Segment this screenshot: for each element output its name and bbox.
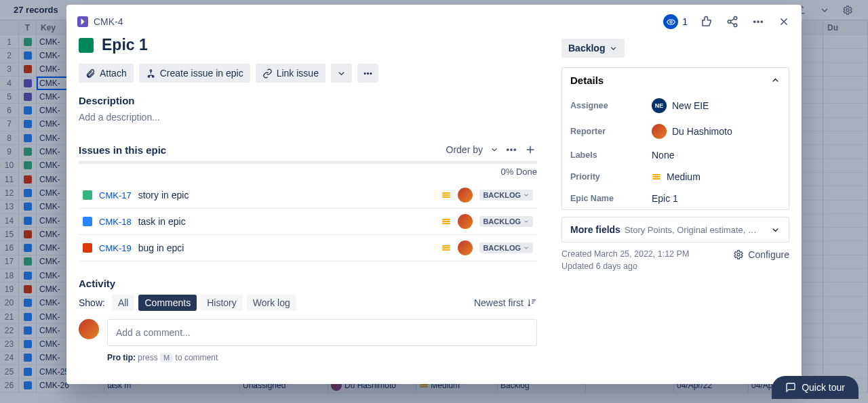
epic-color-swatch[interactable] — [79, 38, 94, 53]
share-icon[interactable] — [726, 15, 739, 28]
show-label: Show: — [79, 297, 105, 308]
more-icon[interactable] — [751, 15, 765, 28]
tab-all[interactable]: All — [112, 295, 135, 311]
comment-input[interactable]: Add a comment... — [107, 319, 537, 346]
updated-text: Updated 6 days ago — [561, 261, 689, 271]
issue-type-icon — [83, 243, 92, 253]
priority-field[interactable]: PriorityMedium — [562, 166, 789, 188]
epic-icon — [77, 16, 88, 27]
svg-point-12 — [367, 72, 368, 74]
issues-more-icon[interactable] — [505, 143, 518, 156]
issue-summary: task in epic — [138, 216, 435, 227]
svg-point-16 — [514, 149, 515, 150]
issue-key: CMK-4 — [94, 16, 123, 27]
issue-title[interactable]: Epic 1 — [102, 36, 148, 54]
svg-point-7 — [761, 21, 762, 22]
issue-type-icon — [83, 190, 92, 200]
create-issue-button[interactable]: Create issue in epic — [139, 64, 250, 83]
avatar — [458, 188, 473, 203]
svg-point-6 — [757, 21, 759, 22]
attach-button[interactable]: Attach — [79, 64, 134, 83]
epic-name-field[interactable]: Epic NameEpic 1 — [562, 188, 789, 209]
svg-point-8 — [150, 69, 152, 71]
svg-point-13 — [370, 72, 372, 74]
details-toggle[interactable]: Details — [562, 68, 789, 93]
protip-text: Pro tip: press M to comment — [107, 353, 537, 362]
svg-point-4 — [734, 24, 737, 27]
svg-point-11 — [364, 72, 366, 74]
activity-heading: Activity — [79, 278, 537, 289]
breadcrumb[interactable]: CMK-4 — [77, 16, 123, 27]
description-heading: Description — [79, 95, 537, 106]
epic-issue-row[interactable]: CMK-19 bug in epci BACKLOG — [79, 235, 537, 261]
svg-point-3 — [728, 20, 731, 24]
watcher-count: 1 — [682, 16, 688, 27]
tab-comments[interactable]: Comments — [138, 295, 197, 311]
svg-point-1 — [670, 20, 672, 22]
epic-issue-row[interactable]: CMK-18 task in epic BACKLOG — [79, 209, 537, 235]
svg-point-14 — [507, 149, 509, 150]
avatar — [652, 124, 667, 139]
priority-medium-icon — [441, 245, 451, 251]
issues-heading: Issues in this epic — [79, 144, 166, 156]
issue-summary: bug in epci — [138, 242, 435, 253]
issue-summary: story in epic — [138, 190, 435, 200]
tab-worklog[interactable]: Work log — [247, 295, 296, 311]
link-issue-button[interactable]: Link issue — [256, 64, 326, 83]
assignee-field[interactable]: AssigneeNENew EIE — [562, 93, 789, 119]
close-icon[interactable] — [777, 15, 791, 28]
tab-history[interactable]: History — [201, 295, 243, 311]
watch-button[interactable]: 1 — [663, 14, 688, 29]
priority-medium-icon — [441, 219, 451, 224]
created-text: Created March 25, 2022, 1:12 PM — [561, 249, 689, 259]
avatar — [458, 240, 473, 255]
issue-link[interactable]: CMK-18 — [99, 217, 132, 227]
done-label: 0% Done — [79, 167, 537, 177]
epic-issue-row[interactable]: CMK-17 story in epic BACKLOG — [79, 182, 537, 209]
priority-medium-icon — [441, 192, 451, 198]
add-issue-icon[interactable] — [524, 143, 537, 156]
progress-bar — [79, 161, 537, 164]
status-dropdown[interactable]: Backlog — [561, 39, 625, 58]
quick-tour-button[interactable]: Quick tour — [772, 376, 859, 399]
status-pill[interactable]: BACKLOG — [479, 242, 533, 253]
reporter-field[interactable]: ReporterDu Hashimoto — [562, 119, 789, 144]
avatar — [458, 214, 473, 229]
thumbs-up-icon[interactable] — [700, 15, 713, 28]
svg-point-15 — [511, 149, 512, 150]
status-pill[interactable]: BACKLOG — [479, 190, 533, 200]
eye-icon — [663, 14, 678, 29]
issue-link[interactable]: CMK-19 — [99, 243, 132, 253]
issue-link[interactable]: CMK-17 — [99, 190, 132, 200]
issue-type-icon — [83, 217, 92, 226]
avatar — [79, 319, 99, 339]
issue-modal: CMK-4 1 Epic 1 Attach Create issue in ep… — [66, 5, 802, 384]
svg-point-17 — [737, 253, 740, 256]
description-field[interactable]: Add a description... — [79, 112, 537, 123]
sort-newest-button[interactable]: Newest first — [474, 297, 537, 308]
priority-medium-icon — [652, 174, 661, 179]
status-pill[interactable]: BACKLOG — [479, 216, 533, 227]
more-actions-button[interactable] — [357, 64, 378, 83]
labels-field[interactable]: LabelsNone — [562, 144, 789, 166]
link-dropdown-button[interactable] — [331, 64, 352, 83]
order-by-dropdown[interactable]: Order by — [446, 144, 499, 155]
details-panel: Details AssigneeNENew EIE ReporterDu Has… — [561, 67, 789, 210]
configure-button[interactable]: Configure — [733, 249, 789, 260]
avatar: NE — [652, 98, 667, 113]
more-fields-panel[interactable]: More fieldsStory Points, Original estima… — [561, 217, 789, 242]
svg-point-5 — [754, 21, 755, 22]
svg-point-2 — [734, 17, 737, 20]
